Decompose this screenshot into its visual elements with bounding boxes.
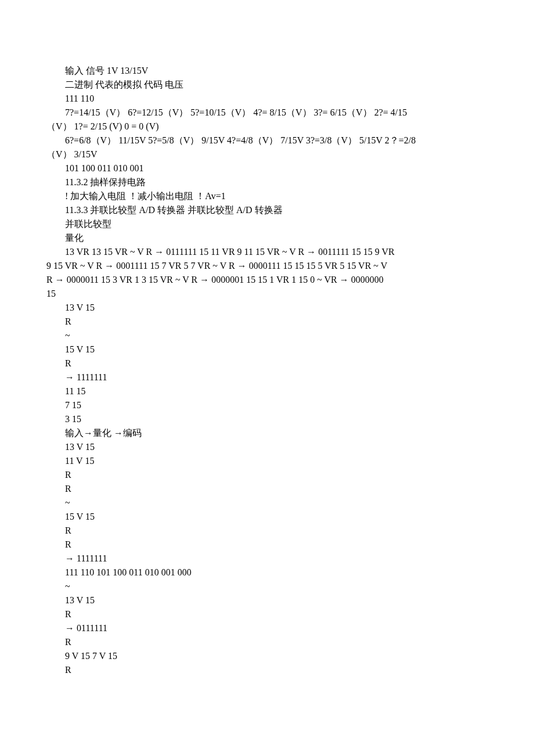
text-line: 13 V 15 [46, 593, 488, 607]
text-line: （V） 3/15V [46, 147, 488, 161]
text-line: （V） 1?= 2/15 (V) 0 = 0 (V) [46, 120, 488, 134]
text-line: R [46, 482, 488, 496]
text-line: ~ [46, 329, 488, 343]
text-line: ~ [46, 496, 488, 510]
text-line: 11.3.3 并联比较型 A/D 转换器 并联比较型 A/D 转换器 [46, 203, 488, 217]
text-line: R [46, 538, 488, 552]
text-line: 量化 [46, 231, 488, 245]
text-line: R [46, 468, 488, 482]
text-line: 11 15 [46, 384, 488, 398]
text-line: R [46, 663, 488, 677]
text-line: 9 15 VR ~ V R → 0001111 15 7 VR 5 7 VR ~… [46, 259, 488, 273]
text-line: → 1111111 [46, 370, 488, 384]
text-line: 101 100 011 010 001 [46, 161, 488, 175]
text-line: 15 V 15 [46, 510, 488, 524]
text-line: 二进制 代表的模拟 代码 电压 [46, 78, 488, 92]
text-line: 11 V 15 [46, 454, 488, 468]
text-line: 111 110 101 100 011 010 001 000 [46, 566, 488, 579]
text-line: 13 V 15 [46, 301, 488, 315]
text-line: → 0111111 [46, 621, 488, 635]
text-line: 15 [46, 287, 488, 301]
text-line: 6?=6/8（V） 11/15V 5?=5/8（V） 9/15V 4?=4/8（… [46, 134, 488, 147]
text-line: R [46, 357, 488, 370]
text-line: R [46, 607, 488, 621]
text-line: 9 V 15 7 V 15 [46, 649, 488, 663]
text-line: 3 15 [46, 412, 488, 426]
text-line: R → 0000011 15 3 VR 1 3 15 VR ~ V R → 00… [46, 273, 488, 287]
document-body: 输入 信号 1V 13/15V二进制 代表的模拟 代码 电压111 1107?=… [46, 64, 488, 677]
text-line: R [46, 315, 488, 329]
text-line: 输入 信号 1V 13/15V [46, 64, 488, 78]
text-line: 13 VR 13 15 VR ~ V R → 0111111 15 11 VR … [46, 245, 488, 259]
text-line: 7 15 [46, 398, 488, 412]
text-line: 输入→量化 →编码 [46, 426, 488, 440]
text-line: 13 V 15 [46, 440, 488, 454]
text-line: 并联比较型 [46, 217, 488, 231]
text-line: 15 V 15 [46, 343, 488, 357]
text-line: → 1111111 [46, 552, 488, 566]
text-line: R [46, 635, 488, 649]
text-line: ! 加大输入电阻 ！减小输出电阻 ！Av=1 [46, 189, 488, 203]
document-page: 输入 信号 1V 13/15V二进制 代表的模拟 代码 电压111 1107?=… [0, 0, 534, 756]
text-line: R [46, 524, 488, 538]
text-line: 11.3.2 抽样保持电路 [46, 175, 488, 189]
text-line: 111 110 [46, 92, 488, 106]
text-line: ~ [46, 579, 488, 593]
text-line: 7?=14/15（V） 6?=12/15（V） 5?=10/15（V） 4?= … [46, 106, 488, 120]
